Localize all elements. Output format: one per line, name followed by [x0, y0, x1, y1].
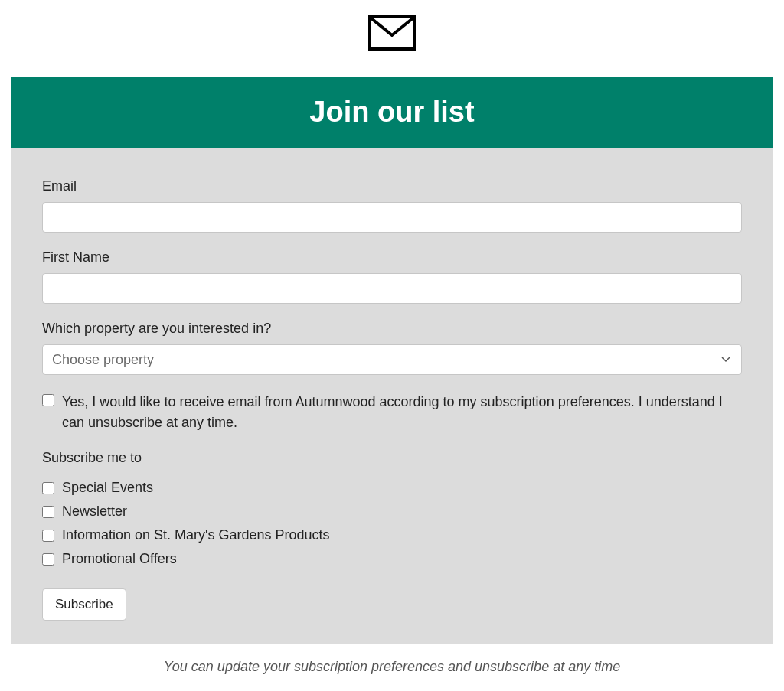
option-label: Special Events — [62, 480, 153, 496]
option-label: Promotional Offers — [62, 551, 177, 567]
property-select[interactable]: Choose property — [42, 344, 742, 375]
option-label: Information on St. Mary's Gardens Produc… — [62, 527, 330, 543]
firstname-label: First Name — [42, 249, 742, 266]
firstname-group: First Name — [42, 249, 742, 304]
property-group: Which property are you interested in? Ch… — [42, 321, 742, 375]
option-checkbox-newsletter[interactable] — [42, 506, 54, 518]
form-header: Join our list — [11, 77, 773, 148]
form-title: Join our list — [309, 96, 474, 128]
option-checkbox-special-events[interactable] — [42, 482, 54, 494]
email-label: Email — [42, 178, 742, 194]
option-row: Special Events — [42, 480, 742, 496]
consent-label: Yes, I would like to receive email from … — [62, 392, 742, 433]
subscribe-heading: Subscribe me to — [42, 450, 742, 466]
subscribe-button[interactable]: Subscribe — [42, 588, 126, 621]
property-label: Which property are you interested in? — [42, 321, 742, 337]
footer-note: You can update your subscription prefere… — [11, 659, 773, 675]
option-row: Promotional Offers — [42, 551, 742, 567]
subscribe-options: Special Events Newsletter Information on… — [42, 480, 742, 567]
email-input[interactable] — [42, 202, 742, 233]
consent-row: Yes, I would like to receive email from … — [42, 392, 742, 433]
mail-icon — [11, 15, 773, 54]
option-row: Newsletter — [42, 504, 742, 520]
option-checkbox-promotional[interactable] — [42, 553, 54, 566]
firstname-input[interactable] — [42, 273, 742, 304]
email-group: Email — [42, 178, 742, 233]
option-row: Information on St. Mary's Gardens Produc… — [42, 527, 742, 543]
consent-checkbox[interactable] — [42, 394, 54, 406]
form-body: Email First Name Which property are you … — [11, 148, 773, 644]
option-checkbox-stmarys[interactable] — [42, 530, 54, 542]
option-label: Newsletter — [62, 504, 127, 520]
